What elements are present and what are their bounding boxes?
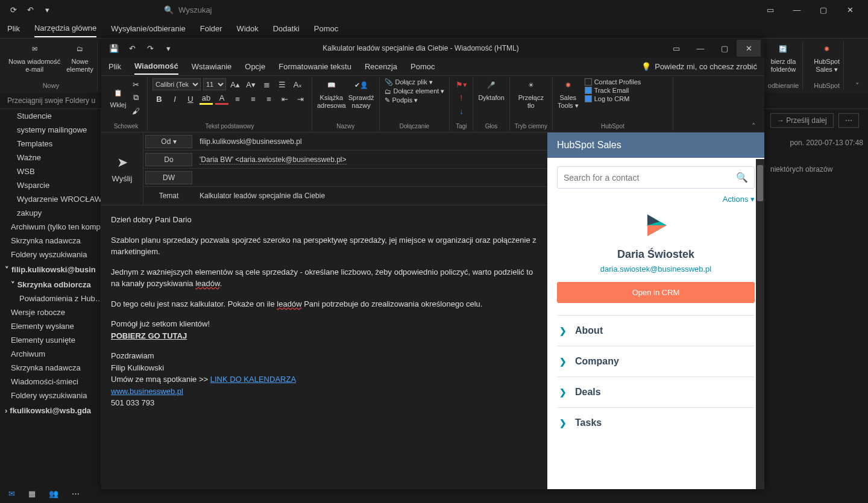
sidebar-item[interactable]: zakupy — [0, 206, 101, 220]
align-center-icon[interactable]: ≡ — [247, 93, 260, 105]
sidebar-item[interactable]: Elementy usunięte — [0, 333, 101, 347]
sidebar-item[interactable]: Archiwum (tylko ten komp — [0, 220, 101, 234]
check-names-button[interactable]: ✔👤Sprawdź nazwy — [348, 78, 374, 110]
sidebar-item[interactable]: Foldery wyszukiwania — [0, 248, 101, 261]
align-left-icon[interactable]: ≡ — [231, 93, 244, 105]
track-email-toggle[interactable]: Track Email — [585, 87, 641, 94]
sidebar-item[interactable]: WSB — [0, 164, 101, 178]
ribbon-collapse-icon[interactable]: ˄ — [746, 77, 761, 131]
titlebar-more-icon[interactable]: ▾ — [39, 1, 55, 18]
importance-low-icon[interactable]: ↓ — [454, 105, 468, 117]
redo-icon[interactable]: ↷ — [141, 40, 159, 57]
mail-icon[interactable]: ✉ — [8, 489, 15, 498]
tab-wysylanie[interactable]: Wysyłanie/odbieranie — [111, 20, 185, 37]
section-tasks[interactable]: ❯Tasks — [557, 407, 755, 438]
minimize-icon[interactable]: — — [688, 40, 712, 57]
bullets-icon[interactable]: ≣ — [260, 78, 273, 90]
indent-inc-icon[interactable]: ⇥ — [294, 93, 307, 105]
tab-widok[interactable]: Widok — [237, 20, 259, 37]
tab-plik[interactable]: Plik — [7, 20, 20, 37]
to-button[interactable]: Do — [145, 153, 192, 166]
sidebar-item[interactable]: Skrzynka nadawcza — [0, 361, 101, 375]
undo-icon[interactable]: ↶ — [22, 1, 39, 18]
cc-button[interactable]: DW — [145, 171, 192, 184]
calendar-icon[interactable]: ▦ — [28, 489, 36, 498]
cut-icon[interactable]: ✂ — [129, 78, 142, 90]
grow-font-icon[interactable]: A▴ — [228, 78, 242, 90]
tab-formatowanie[interactable]: Formatowanie tekstu — [278, 59, 351, 74]
calendar-link[interactable]: LINK DO KALENDARZA — [210, 375, 296, 384]
tell-me-search[interactable]: 💡 Powiedz mi, co chcesz zrobić — [641, 62, 757, 71]
open-in-crm-button[interactable]: Open in CRM — [557, 282, 755, 303]
undo-icon[interactable]: ↶ — [123, 40, 141, 57]
sidebar-item[interactable]: Foldery wyszukiwania — [0, 389, 101, 402]
more-icon[interactable]: ⋯ — [72, 489, 80, 498]
save-icon[interactable]: 💾 — [105, 40, 123, 57]
people-icon[interactable]: 👥 — [49, 489, 58, 498]
tab-opcje[interactable]: Opcje — [245, 59, 265, 74]
tab-pomoc[interactable]: Pomoc — [410, 59, 435, 74]
sync-icon[interactable]: ⟳ — [5, 1, 22, 18]
sidebar-item[interactable]: Ważne — [0, 151, 101, 164]
sidebar-item[interactable]: Wiadomości-śmieci — [0, 375, 101, 389]
sidebar-item[interactable]: Wydarzenie WROCŁAW — [0, 192, 101, 206]
address-book-button[interactable]: 📖Książka adresowa — [317, 78, 346, 110]
dictate-button[interactable]: 🎤Dyktafon — [478, 78, 504, 102]
forward-button[interactable]: → Prześlij dalej — [770, 113, 834, 128]
send-receive-button[interactable]: 🔄 bierz dla folderów — [771, 42, 796, 73]
download-link[interactable]: POBIERZ GO TUTAJ — [111, 331, 187, 340]
format-painter-icon[interactable]: 🖌 — [129, 105, 142, 117]
clear-format-icon[interactable]: Aₓ — [291, 78, 304, 90]
log-to-crm-toggle[interactable]: Log to CRM — [585, 95, 641, 102]
contact-email[interactable]: daria.swiostek@businessweb.pl — [557, 264, 755, 273]
sidebar-item[interactable]: Studencie — [0, 109, 101, 123]
from-button[interactable]: Od ▾ — [145, 135, 192, 148]
font-name-select[interactable]: Calibri (Tek — [153, 78, 201, 90]
window-overflow-icon[interactable]: ▭ — [757, 1, 784, 18]
close-icon[interactable]: ✕ — [837, 1, 863, 18]
scrollbar-thumb[interactable] — [757, 165, 763, 201]
hubspot-actions-menu[interactable]: Actions ▾ — [557, 195, 755, 204]
sales-tools-button[interactable]: ✺Sales Tools ▾ — [558, 78, 579, 110]
tab-wiadomosc[interactable]: Wiadomość — [134, 58, 178, 75]
tab-pomoc[interactable]: Pomoc — [314, 20, 338, 37]
align-right-icon[interactable]: ≡ — [262, 93, 275, 105]
attach-item-button[interactable]: 🗂Dołącz element ▾ — [385, 87, 445, 95]
bold-icon[interactable]: B — [153, 93, 166, 105]
signature-button[interactable]: ✎Podpis ▾ — [385, 96, 445, 104]
section-deals[interactable]: ❯Deals — [557, 376, 755, 407]
section-about[interactable]: ❯About — [557, 315, 755, 346]
minimize-icon[interactable]: — — [784, 1, 810, 18]
paste-button[interactable]: 📋 Wklej — [110, 86, 127, 109]
numbering-icon[interactable]: ☰ — [275, 78, 289, 90]
tab-wstawianie[interactable]: Wstawianie — [192, 59, 231, 74]
new-items-button[interactable]: 🗂 Nowe elementy — [66, 42, 93, 73]
tab-plik[interactable]: Plik — [108, 59, 121, 74]
toggle-dark-button[interactable]: ☀Przełącz tło — [515, 78, 547, 110]
email-body-editor[interactable]: Dzień dobry Pani Dario Szablon planu spr… — [101, 205, 547, 489]
sidebar-item[interactable]: Skrzynka nadawcza — [0, 234, 101, 248]
send-button[interactable]: ➤ Wyślij — [101, 133, 143, 205]
font-size-select[interactable]: 11 — [203, 78, 226, 90]
account-header[interactable]: ˅filip.kulikowski@busin — [0, 261, 101, 278]
section-company[interactable]: ❯Company — [557, 346, 755, 376]
search-icon[interactable]: 🔍 — [736, 172, 748, 183]
sidebar-item[interactable]: Archiwum — [0, 347, 101, 361]
hubspot-sales-button[interactable]: ✺ HubSpot Sales ▾ — [814, 42, 840, 73]
attach-file-button[interactable]: 📎Dołącz plik ▾ — [385, 78, 445, 86]
contact-profiles-toggle[interactable]: Contact Profiles — [585, 78, 641, 86]
sidebar-item[interactable]: systemy mailingowe — [0, 123, 101, 137]
sidebar-item[interactable]: Powiadomienia z Hub… — [0, 292, 101, 305]
global-search[interactable]: 🔍 Wyszukaj — [164, 5, 212, 14]
sidebar-item[interactable]: Elementy wysłane — [0, 319, 101, 333]
importance-high-icon[interactable]: ! — [454, 92, 468, 104]
scrollbar[interactable] — [756, 159, 764, 489]
font-color-icon[interactable]: A — [215, 93, 228, 105]
maximize-icon[interactable]: ▢ — [810, 1, 837, 18]
tab-folder[interactable]: Folder — [200, 20, 222, 37]
ribbon-collapse-icon[interactable]: ˅ — [851, 41, 863, 90]
sidebar-item-inbox[interactable]: ˅ Skrzynka odbiorcza — [0, 278, 101, 292]
italic-icon[interactable]: I — [168, 93, 181, 105]
qat-more-icon[interactable]: ▾ — [159, 40, 177, 57]
shrink-font-icon[interactable]: A▾ — [244, 78, 257, 90]
